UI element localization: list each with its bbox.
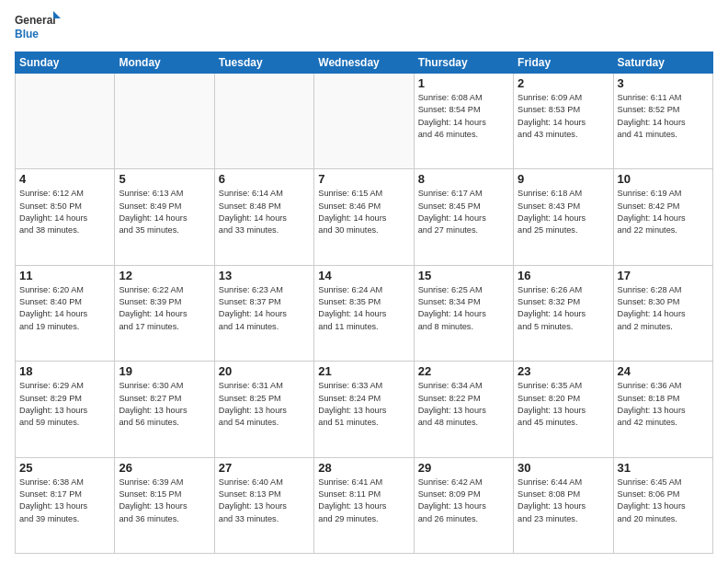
logo: General Blue <box>15 11 61 44</box>
svg-text:General: General <box>15 14 56 27</box>
day-number: 3 <box>618 76 709 90</box>
day-number: 30 <box>518 461 609 475</box>
day-number: 2 <box>518 76 609 90</box>
calendar-cell: 17Sunrise: 6:28 AM Sunset: 8:30 PM Dayli… <box>613 265 712 361</box>
day-number: 17 <box>618 269 709 282</box>
day-info: Sunrise: 6:18 AM Sunset: 8:43 PM Dayligh… <box>518 188 609 236</box>
day-number: 25 <box>19 461 110 475</box>
day-number: 24 <box>618 364 709 378</box>
calendar-cell <box>16 74 115 169</box>
day-info: Sunrise: 6:40 AM Sunset: 8:13 PM Dayligh… <box>219 477 310 525</box>
calendar-week-row: 18Sunrise: 6:29 AM Sunset: 8:29 PM Dayli… <box>16 362 713 457</box>
day-info: Sunrise: 6:45 AM Sunset: 8:06 PM Dayligh… <box>618 477 709 525</box>
day-info: Sunrise: 6:26 AM Sunset: 8:32 PM Dayligh… <box>518 284 609 333</box>
calendar-day-header: Friday <box>514 52 613 74</box>
svg-text:Blue: Blue <box>15 28 39 40</box>
day-number: 1 <box>418 76 509 90</box>
day-info: Sunrise: 6:44 AM Sunset: 8:08 PM Dayligh… <box>518 477 609 525</box>
calendar-cell: 27Sunrise: 6:40 AM Sunset: 8:13 PM Dayli… <box>214 457 313 553</box>
day-info: Sunrise: 6:31 AM Sunset: 8:25 PM Dayligh… <box>219 380 310 429</box>
day-number: 10 <box>618 172 709 186</box>
day-number: 12 <box>119 269 210 282</box>
calendar-week-row: 25Sunrise: 6:38 AM Sunset: 8:17 PM Dayli… <box>16 457 713 553</box>
day-info: Sunrise: 6:15 AM Sunset: 8:46 PM Dayligh… <box>318 188 409 236</box>
calendar-cell: 30Sunrise: 6:44 AM Sunset: 8:08 PM Dayli… <box>514 457 613 553</box>
day-info: Sunrise: 6:28 AM Sunset: 8:30 PM Dayligh… <box>618 284 709 333</box>
calendar-cell: 6Sunrise: 6:14 AM Sunset: 8:48 PM Daylig… <box>214 169 313 265</box>
calendar-cell: 23Sunrise: 6:35 AM Sunset: 8:20 PM Dayli… <box>514 362 613 457</box>
calendar-week-row: 11Sunrise: 6:20 AM Sunset: 8:40 PM Dayli… <box>16 265 713 361</box>
calendar-cell: 8Sunrise: 6:17 AM Sunset: 8:45 PM Daylig… <box>414 169 513 265</box>
calendar-day-header: Saturday <box>613 52 712 74</box>
day-info: Sunrise: 6:12 AM Sunset: 8:50 PM Dayligh… <box>19 188 110 236</box>
calendar-cell <box>314 74 414 169</box>
calendar-cell: 26Sunrise: 6:39 AM Sunset: 8:15 PM Dayli… <box>115 457 214 553</box>
calendar-cell: 20Sunrise: 6:31 AM Sunset: 8:25 PM Dayli… <box>214 362 313 457</box>
calendar-day-header: Sunday <box>16 52 115 74</box>
header: General Blue <box>15 11 713 44</box>
day-info: Sunrise: 6:24 AM Sunset: 8:35 PM Dayligh… <box>318 284 409 333</box>
calendar-cell: 19Sunrise: 6:30 AM Sunset: 8:27 PM Dayli… <box>115 362 214 457</box>
day-info: Sunrise: 6:36 AM Sunset: 8:18 PM Dayligh… <box>618 380 709 429</box>
calendar-cell: 5Sunrise: 6:13 AM Sunset: 8:49 PM Daylig… <box>115 169 214 265</box>
calendar-cell: 22Sunrise: 6:34 AM Sunset: 8:22 PM Dayli… <box>414 362 513 457</box>
day-number: 9 <box>518 172 609 186</box>
day-number: 29 <box>418 461 509 475</box>
day-info: Sunrise: 6:13 AM Sunset: 8:49 PM Dayligh… <box>119 188 210 236</box>
day-info: Sunrise: 6:09 AM Sunset: 8:53 PM Dayligh… <box>518 92 609 141</box>
day-info: Sunrise: 6:25 AM Sunset: 8:34 PM Dayligh… <box>418 284 509 333</box>
day-number: 20 <box>219 364 310 378</box>
calendar-cell: 16Sunrise: 6:26 AM Sunset: 8:32 PM Dayli… <box>514 265 613 361</box>
calendar-week-row: 1Sunrise: 6:08 AM Sunset: 8:54 PM Daylig… <box>16 74 713 169</box>
calendar-cell: 28Sunrise: 6:41 AM Sunset: 8:11 PM Dayli… <box>314 457 414 553</box>
page: General Blue SundayMondayTuesdayWednesda… <box>0 0 728 563</box>
day-number: 23 <box>518 364 609 378</box>
calendar-day-header: Thursday <box>414 52 513 74</box>
calendar-cell: 10Sunrise: 6:19 AM Sunset: 8:42 PM Dayli… <box>613 169 712 265</box>
calendar-day-header: Tuesday <box>214 52 313 74</box>
day-number: 4 <box>19 172 110 186</box>
day-info: Sunrise: 6:29 AM Sunset: 8:29 PM Dayligh… <box>19 380 110 429</box>
calendar-cell: 15Sunrise: 6:25 AM Sunset: 8:34 PM Dayli… <box>414 265 513 361</box>
calendar-cell: 3Sunrise: 6:11 AM Sunset: 8:52 PM Daylig… <box>613 74 712 169</box>
day-info: Sunrise: 6:17 AM Sunset: 8:45 PM Dayligh… <box>418 188 509 236</box>
day-number: 7 <box>318 172 409 186</box>
day-number: 19 <box>119 364 210 378</box>
day-number: 14 <box>318 269 409 282</box>
day-number: 31 <box>618 461 709 475</box>
day-info: Sunrise: 6:33 AM Sunset: 8:24 PM Dayligh… <box>318 380 409 429</box>
day-number: 26 <box>119 461 210 475</box>
calendar-table: SundayMondayTuesdayWednesdayThursdayFrid… <box>15 52 713 554</box>
calendar-cell: 18Sunrise: 6:29 AM Sunset: 8:29 PM Dayli… <box>16 362 115 457</box>
calendar-cell: 9Sunrise: 6:18 AM Sunset: 8:43 PM Daylig… <box>514 169 613 265</box>
calendar-cell: 2Sunrise: 6:09 AM Sunset: 8:53 PM Daylig… <box>514 74 613 169</box>
calendar-day-header: Wednesday <box>314 52 414 74</box>
day-number: 22 <box>418 364 509 378</box>
day-info: Sunrise: 6:35 AM Sunset: 8:20 PM Dayligh… <box>518 380 609 429</box>
day-info: Sunrise: 6:14 AM Sunset: 8:48 PM Dayligh… <box>219 188 310 236</box>
day-number: 16 <box>518 269 609 282</box>
calendar-cell: 12Sunrise: 6:22 AM Sunset: 8:39 PM Dayli… <box>115 265 214 361</box>
day-number: 27 <box>219 461 310 475</box>
calendar-cell <box>115 74 214 169</box>
day-number: 11 <box>19 269 110 282</box>
day-info: Sunrise: 6:38 AM Sunset: 8:17 PM Dayligh… <box>19 477 110 525</box>
svg-marker-2 <box>53 11 61 18</box>
day-number: 13 <box>219 269 310 282</box>
calendar-cell <box>214 74 313 169</box>
day-info: Sunrise: 6:19 AM Sunset: 8:42 PM Dayligh… <box>618 188 709 236</box>
day-number: 15 <box>418 269 509 282</box>
day-info: Sunrise: 6:23 AM Sunset: 8:37 PM Dayligh… <box>219 284 310 333</box>
calendar-cell: 31Sunrise: 6:45 AM Sunset: 8:06 PM Dayli… <box>613 457 712 553</box>
day-info: Sunrise: 6:22 AM Sunset: 8:39 PM Dayligh… <box>119 284 210 333</box>
day-info: Sunrise: 6:34 AM Sunset: 8:22 PM Dayligh… <box>418 380 509 429</box>
day-number: 5 <box>119 172 210 186</box>
day-number: 18 <box>19 364 110 378</box>
calendar-cell: 14Sunrise: 6:24 AM Sunset: 8:35 PM Dayli… <box>314 265 414 361</box>
logo-svg: General Blue <box>15 11 61 44</box>
day-number: 28 <box>318 461 409 475</box>
day-info: Sunrise: 6:11 AM Sunset: 8:52 PM Dayligh… <box>618 92 709 141</box>
calendar-header-row: SundayMondayTuesdayWednesdayThursdayFrid… <box>16 52 713 74</box>
calendar-cell: 7Sunrise: 6:15 AM Sunset: 8:46 PM Daylig… <box>314 169 414 265</box>
day-number: 6 <box>219 172 310 186</box>
